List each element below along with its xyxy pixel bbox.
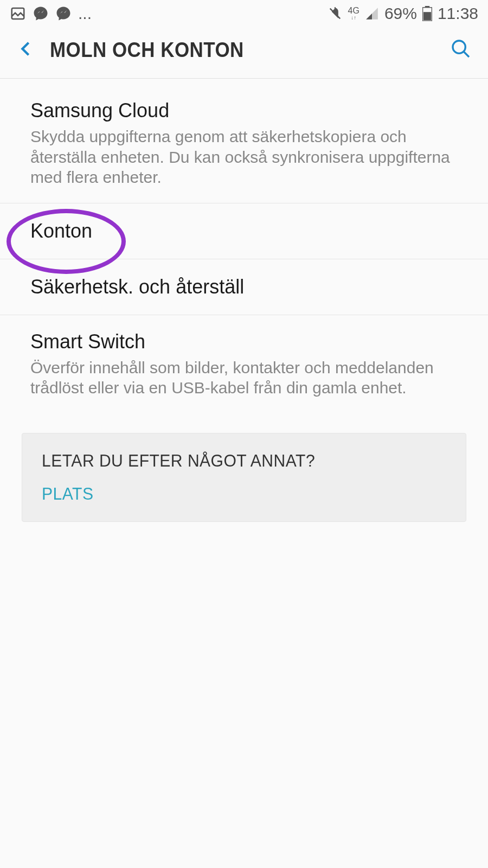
list-item-samsung-cloud[interactable]: Samsung Cloud Skydda uppgifterna genom a…: [0, 79, 488, 203]
signal-icon: [365, 7, 379, 21]
item-desc: Överför innehåll som bilder, kontakter o…: [30, 358, 458, 398]
settings-list: Samsung Cloud Skydda uppgifterna genom a…: [0, 79, 488, 522]
list-item-smart-switch[interactable]: Smart Switch Överför innehåll som bilder…: [0, 315, 488, 413]
network-label: 4G: [348, 7, 359, 15]
status-bar: ... 4G ↓↑ 69% 11:38: [0, 0, 488, 27]
svg-point-4: [453, 41, 465, 53]
search-button[interactable]: [450, 38, 472, 62]
item-title: Säkerhetsk. och återställ: [30, 276, 458, 298]
svg-line-5: [464, 52, 469, 57]
footer-title: LETAR DU EFTER NÅGOT ANNAT?: [42, 451, 422, 471]
back-button[interactable]: [16, 38, 35, 62]
list-item-backup-restore[interactable]: Säkerhetsk. och återställ: [0, 259, 488, 315]
chevron-left-icon: [16, 38, 35, 60]
mute-icon: [328, 6, 343, 21]
item-title: Smart Switch: [30, 330, 458, 353]
battery-percent: 69%: [384, 4, 417, 23]
battery-icon: [422, 6, 432, 21]
item-title: Konton: [30, 220, 458, 242]
status-right: 4G ↓↑ 69% 11:38: [328, 4, 478, 23]
messenger-icon: [55, 5, 72, 22]
footer-card: LETAR DU EFTER NÅGOT ANNAT? PLATS: [22, 433, 466, 522]
page-title: MOLN OCH KONTON: [50, 39, 404, 62]
network-indicator: 4G ↓↑: [348, 7, 359, 21]
item-desc: Skydda uppgifterna genom att säkerhetsko…: [30, 126, 458, 188]
clock: 11:38: [438, 4, 478, 23]
network-arrows: ↓↑: [351, 15, 356, 21]
list-item-konton[interactable]: Konton: [0, 203, 488, 259]
image-icon: [10, 5, 26, 22]
item-title: Samsung Cloud: [30, 99, 458, 122]
more-indicator: ...: [78, 4, 92, 23]
app-bar: MOLN OCH KONTON: [0, 27, 488, 79]
svg-rect-3: [423, 12, 431, 20]
messenger-icon: [33, 5, 49, 22]
status-left: ...: [10, 4, 92, 23]
search-icon: [450, 38, 472, 60]
footer-link-plats[interactable]: PLATS: [42, 484, 93, 504]
